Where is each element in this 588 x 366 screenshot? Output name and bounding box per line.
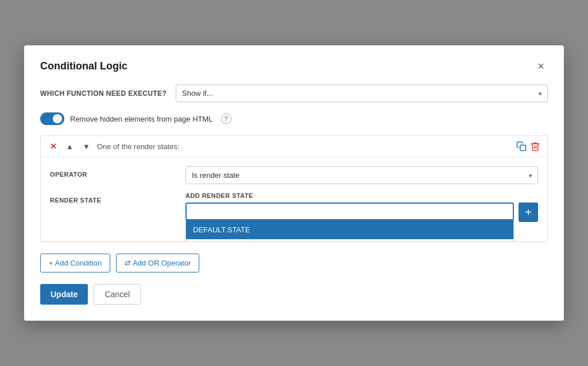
condition-close-button[interactable]: ✕ [48,141,59,152]
add-or-operator-label: ⇄ Add OR Operator [125,259,191,267]
add-or-operator-button[interactable]: ⇄ Add OR Operator [116,254,199,272]
toggle-knob [53,114,62,123]
render-state-row: RENDER STATE ADD RENDER STATE DEFAULT.ST… [50,192,538,235]
dropdown-item-reset-password[interactable]: RESET.PASSWORD [186,239,513,242]
bottom-actions: + Add Condition ⇄ Add OR Operator [40,254,548,272]
modal-dialog: Conditional Logic × WHICH FUNCTION NEED … [24,45,564,321]
cancel-button[interactable]: Cancel [94,284,141,305]
condition-header: ✕ ▲ ▼ One of the render states: [41,136,547,157]
add-condition-label: + Add Condition [49,259,102,267]
render-state-control: ADD RENDER STATE DEFAULT.STATE RESET.PAS… [185,192,538,235]
render-state-dropdown-list: DEFAULT.STATE RESET.PASSWORD INVALID.RES… [185,220,514,242]
toggle-row: Remove hidden elements from page HTML ? [40,112,548,125]
function-row: WHICH FUNCTION NEED EXECUTE? Show if... … [40,84,548,102]
operator-select[interactable]: Is render state Is not render state [185,166,538,184]
render-state-input-row: DEFAULT.STATE RESET.PASSWORD INVALID.RES… [185,203,538,222]
render-state-input[interactable] [185,203,514,220]
operator-label: OPERATOR [50,166,176,178]
add-render-state-label: ADD RENDER STATE [185,192,538,199]
condition-body: OPERATOR Is render state Is not render s… [41,157,547,242]
render-state-dropdown: DEFAULT.STATE RESET.PASSWORD INVALID.RES… [185,203,514,220]
footer-actions: Update Cancel [40,284,548,305]
add-condition-button[interactable]: + Add Condition [40,254,110,272]
condition-header-text: One of the render states: [97,142,512,151]
function-select[interactable]: Show if... Hide if... Enable if... Disab… [176,84,548,102]
condition-down-button[interactable]: ▼ [80,141,92,152]
function-select-wrapper: Show if... Hide if... Enable if... Disab… [176,84,548,102]
dropdown-item-default[interactable]: DEFAULT.STATE [186,220,513,239]
modal-title: Conditional Logic [40,60,127,72]
condition-copy-icon[interactable] [516,141,527,151]
condition-up-button[interactable]: ▲ [64,141,76,152]
condition-group: ✕ ▲ ▼ One of the render states: [40,135,548,242]
condition-header-actions [516,141,540,151]
operator-row: OPERATOR Is render state Is not render s… [50,166,538,184]
toggle-label: Remove hidden elements from page HTML [70,115,213,123]
add-render-state-button[interactable]: + [519,203,538,222]
help-icon[interactable]: ? [221,114,231,124]
render-state-label: RENDER STATE [50,192,176,204]
remove-hidden-toggle[interactable] [40,112,64,125]
update-button[interactable]: Update [40,284,88,305]
function-label: WHICH FUNCTION NEED EXECUTE? [40,89,167,98]
modal-header: Conditional Logic × [40,59,548,73]
condition-delete-icon[interactable] [530,141,540,151]
operator-control: Is render state Is not render state ▾ [185,166,538,184]
close-button[interactable]: × [534,59,548,73]
svg-rect-0 [520,145,526,151]
